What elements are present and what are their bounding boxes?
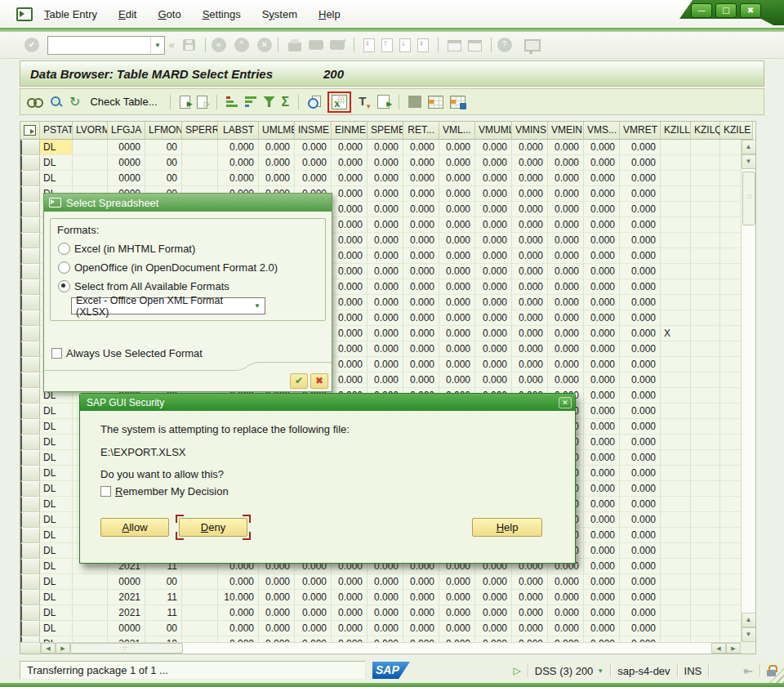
table-cell[interactable] xyxy=(182,155,218,171)
scroll-right-end-icon[interactable]: ▶ xyxy=(726,643,741,654)
cancel-dialog-button[interactable]: ✖ xyxy=(310,373,328,389)
find-entry-icon[interactable] xyxy=(50,96,63,109)
table-cell[interactable]: 0.000 xyxy=(403,279,439,295)
table-cell[interactable]: 0.000 xyxy=(512,155,548,171)
table-cell[interactable]: 11 xyxy=(145,605,182,621)
row-selector[interactable] xyxy=(20,435,40,450)
col-header-kzill[interactable]: KZILL xyxy=(661,122,691,140)
table-cell[interactable]: 0.000 xyxy=(548,155,584,171)
table-cell[interactable]: 0.000 xyxy=(403,341,439,357)
table-cell[interactable] xyxy=(691,155,720,171)
row-selector[interactable] xyxy=(20,590,40,605)
row-selector[interactable] xyxy=(20,341,40,357)
table-cell[interactable]: 0000 xyxy=(108,171,145,186)
table-cell[interactable]: 0.000 xyxy=(403,140,439,155)
table-cell[interactable]: 0.000 xyxy=(512,264,548,279)
table-cell[interactable]: 0.000 xyxy=(584,605,620,621)
table-cell[interactable] xyxy=(691,341,720,357)
table-cell[interactable]: 0.000 xyxy=(620,140,661,155)
table-cell[interactable]: 0.000 xyxy=(259,621,295,636)
table-cell[interactable]: 0.000 xyxy=(332,217,368,233)
row-selector[interactable] xyxy=(20,574,40,590)
table-cell[interactable]: 0.000 xyxy=(403,186,439,202)
table-cell[interactable]: 0.000 xyxy=(439,605,475,621)
spreadsheet-export-icon[interactable] xyxy=(332,95,347,109)
table-cell[interactable]: 0.000 xyxy=(620,543,661,559)
table-cell[interactable] xyxy=(182,621,218,636)
table-cell[interactable]: 0.000 xyxy=(259,574,295,590)
table-cell[interactable]: 0.000 xyxy=(620,279,661,295)
table-cell[interactable]: 0.000 xyxy=(584,528,620,543)
table-cell[interactable]: 0.000 xyxy=(584,497,620,512)
table-cell[interactable]: 0.000 xyxy=(548,372,584,388)
table-cell[interactable]: 0.000 xyxy=(439,140,475,155)
table-cell[interactable]: 0.000 xyxy=(620,372,661,388)
table-cell[interactable]: 0.000 xyxy=(439,636,475,642)
table-cell[interactable] xyxy=(691,636,720,642)
sum-icon[interactable]: Σ xyxy=(282,96,290,109)
save-icon[interactable] xyxy=(183,39,195,51)
row-selector[interactable] xyxy=(20,497,40,512)
table-cell[interactable] xyxy=(691,497,720,512)
table-cell[interactable]: 0.000 xyxy=(368,233,403,248)
table-cell[interactable]: DL xyxy=(40,497,73,512)
table-cell[interactable]: 0.000 xyxy=(584,171,620,186)
table-cell[interactable]: 0.000 xyxy=(439,217,475,233)
table-cell[interactable]: 0.000 xyxy=(259,590,295,605)
radio-icon[interactable] xyxy=(58,280,70,292)
table-cell[interactable]: 0.000 xyxy=(548,605,584,621)
table-cell[interactable] xyxy=(661,202,691,217)
table-cell[interactable]: 0.000 xyxy=(439,341,475,357)
table-cell[interactable]: 0.000 xyxy=(332,202,368,217)
check-table-button[interactable]: Check Table... xyxy=(90,96,157,108)
table-cell[interactable] xyxy=(73,636,108,642)
table-cell[interactable]: 0.000 xyxy=(368,590,403,605)
vertical-scroll-thumb[interactable] xyxy=(742,172,755,225)
row-selector[interactable] xyxy=(20,186,40,202)
table-cell[interactable]: 0.000 xyxy=(332,310,368,326)
table-cell[interactable]: 0.000 xyxy=(475,264,512,279)
table-cell[interactable]: DL xyxy=(40,171,73,186)
scroll-up-bottom-icon[interactable]: ▲ xyxy=(742,613,756,627)
cancel-icon[interactable]: ✕ xyxy=(257,38,272,52)
table-cell[interactable]: 0.000 xyxy=(332,636,368,642)
sort-descending-icon[interactable] xyxy=(245,96,257,107)
radio-icon[interactable] xyxy=(58,243,70,255)
table-cell[interactable]: 0.000 xyxy=(332,233,368,248)
table-cell[interactable]: 0.000 xyxy=(368,636,403,642)
table-cell[interactable]: 0.000 xyxy=(439,202,475,217)
table-cell[interactable]: 0.000 xyxy=(475,248,512,264)
table-cell[interactable] xyxy=(691,186,720,202)
table-cell[interactable]: 0.000 xyxy=(439,357,475,372)
table-cell[interactable]: 0.000 xyxy=(403,357,439,372)
table-cell[interactable]: 0000 xyxy=(108,155,145,171)
table-cell[interactable]: 0.000 xyxy=(620,621,661,636)
table-cell[interactable]: 0.000 xyxy=(439,264,475,279)
save-layout-icon[interactable] xyxy=(450,96,466,109)
table-cell[interactable] xyxy=(661,590,691,605)
table-cell[interactable] xyxy=(691,605,720,621)
table-cell[interactable]: 0.000 xyxy=(295,140,332,155)
table-cell[interactable]: 0.000 xyxy=(548,264,584,279)
table-cell[interactable]: 0.000 xyxy=(475,202,512,217)
table-cell[interactable] xyxy=(182,590,218,605)
table-cell[interactable]: 0.000 xyxy=(475,310,512,326)
table-cell[interactable]: DL xyxy=(40,636,73,642)
table-cell[interactable]: 0.000 xyxy=(475,372,512,388)
table-cell[interactable]: 0.000 xyxy=(439,171,475,186)
table-cell[interactable]: 0.000 xyxy=(584,341,620,357)
table-cell[interactable]: 0.000 xyxy=(512,140,548,155)
col-header-labst[interactable]: LABST xyxy=(218,122,259,140)
close-icon[interactable]: ✕ xyxy=(559,397,572,408)
table-cell[interactable]: DL xyxy=(40,481,73,497)
table-cell[interactable]: DL xyxy=(40,590,73,605)
table-cell[interactable]: 0.000 xyxy=(403,574,439,590)
table-cell[interactable]: 0.000 xyxy=(584,186,620,202)
table-cell[interactable]: 0.000 xyxy=(620,497,661,512)
table-cell[interactable]: 0.000 xyxy=(403,217,439,233)
table-cell[interactable] xyxy=(73,621,108,636)
table-cell[interactable] xyxy=(691,543,720,559)
table-cell[interactable]: 0.000 xyxy=(620,171,661,186)
table-cell[interactable]: 0.000 xyxy=(512,605,548,621)
table-cell[interactable]: 0.000 xyxy=(584,404,620,419)
